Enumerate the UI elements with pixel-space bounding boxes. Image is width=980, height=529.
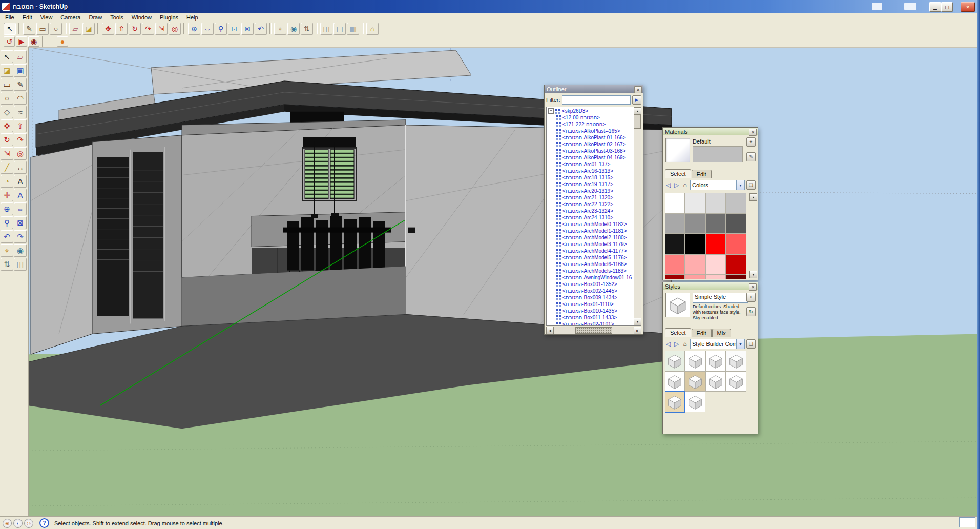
make-component-button[interactable]: ▣: [14, 64, 27, 77]
material-swatch[interactable]: [706, 193, 725, 213]
filter-go-icon[interactable]: ▶: [632, 95, 641, 105]
scale-tool[interactable]: ⇲: [155, 23, 168, 35]
material-swatch[interactable]: [706, 214, 725, 233]
scroll-left-icon[interactable]: ◀: [546, 327, 554, 334]
chevron-down-icon[interactable]: ▼: [736, 180, 744, 190]
push-pull-tool[interactable]: ⇧: [14, 119, 27, 132]
back-icon[interactable]: ◁: [665, 181, 672, 189]
arc-tool[interactable]: ◠: [14, 92, 27, 105]
select-tool[interactable]: ↖: [1, 50, 13, 63]
forward-icon[interactable]: ▷: [673, 340, 680, 348]
orbit-tool[interactable]: ⊕: [188, 23, 200, 35]
style-thumbnail[interactable]: [665, 392, 684, 412]
freehand-tool[interactable]: ≈: [14, 106, 27, 118]
model-claim-status-icon[interactable]: ◎: [24, 519, 33, 528]
outliner-item[interactable]: <המטבח-Box010-1435>: [547, 308, 634, 314]
outliner-item[interactable]: <המטבח-Box001-1352>: [547, 281, 634, 288]
outliner-item[interactable]: <המטבח-Arc23-1324>: [547, 208, 634, 214]
outliner-item[interactable]: <המטבח-Arc16-1313>: [547, 168, 634, 174]
zoom-tool[interactable]: ⚲: [1, 216, 13, 229]
rectangle-tool[interactable]: ▭: [36, 23, 49, 35]
help-icon[interactable]: ?: [39, 518, 49, 528]
look-around-tool[interactable]: ◉: [287, 23, 300, 35]
material-swatch[interactable]: [685, 234, 705, 254]
materials-titlebar[interactable]: Materials ✕: [663, 128, 758, 135]
pan-tool[interactable]: ⇔: [201, 23, 214, 35]
material-swatch[interactable]: [706, 275, 725, 279]
circle-tool[interactable]: ○: [1, 92, 13, 105]
outliner-item[interactable]: <המטבח-ArchModels-1183>: [547, 268, 634, 274]
close-icon[interactable]: ✕: [749, 283, 757, 291]
close-icon[interactable]: ✕: [749, 129, 757, 136]
in-model-icon[interactable]: ⌂: [681, 340, 689, 348]
dimension-tool[interactable]: ↔: [14, 161, 27, 174]
walk-tool[interactable]: ⇅: [301, 23, 313, 35]
style-thumbnail[interactable]: [665, 351, 684, 371]
material-swatch[interactable]: [685, 214, 705, 233]
outliner-item[interactable]: <המטבח-ArchModel0-1182>: [547, 221, 634, 228]
get-models-button[interactable]: ⌂: [366, 23, 379, 35]
outliner-item[interactable]: <המטבח-ArchModel3-1179>: [547, 241, 634, 248]
style-thumbnail[interactable]: [685, 351, 705, 371]
outliner-item[interactable]: <המטבח-171-222>: [547, 121, 634, 128]
material-swatch[interactable]: [726, 275, 746, 279]
tab[interactable]: Edit: [692, 170, 712, 178]
paint-bucket-tool[interactable]: ◪: [1, 64, 13, 77]
outliner-item[interactable]: <המטבח-Box009-1434>: [547, 294, 634, 301]
outliner-item[interactable]: <המטבח-Box01-1110>: [547, 301, 634, 308]
outliner-item[interactable]: <המטבח-ArchModel5-1176>: [547, 254, 634, 261]
polygon-tool[interactable]: ◇: [1, 106, 13, 118]
outliner-item[interactable]: <המטבח-AlkoPlast-03-168>: [547, 148, 634, 154]
close-icon[interactable]: ✕: [634, 86, 642, 93]
zoom-previous-tool[interactable]: ↶: [255, 23, 267, 35]
forward-icon[interactable]: ▷: [673, 181, 680, 189]
outliner-item[interactable]: <המטבח-Box02-1101>: [547, 321, 634, 325]
scrollbar-thumb[interactable]: [634, 114, 641, 129]
rotate-tool[interactable]: ↻: [1, 133, 13, 146]
outliner-item[interactable]: <המטבח-Box002-1445>: [547, 288, 634, 294]
scroll-down-icon[interactable]: ▼: [749, 271, 757, 278]
filter-input[interactable]: [562, 95, 631, 105]
material-swatch[interactable]: [665, 234, 684, 254]
styles-titlebar[interactable]: Styles ✕: [663, 282, 758, 290]
zoom-extents-tool[interactable]: ⊠: [241, 23, 254, 35]
maximize-button[interactable]: ▢: [941, 2, 953, 12]
styles-collection-dropdown[interactable]: Style Builder Competi ▼: [690, 339, 745, 349]
menu-item[interactable]: View: [36, 13, 57, 22]
outliner-item[interactable]: <המטבח-AlkoPlast--165>: [547, 128, 634, 134]
display-section-cuts-toggle[interactable]: ▥: [347, 23, 359, 35]
paint-bucket-tool[interactable]: ◪: [82, 23, 95, 35]
tab[interactable]: Mix: [712, 329, 731, 337]
pan-tool[interactable]: ⇔: [14, 202, 27, 215]
zoom-tool[interactable]: ⚲: [215, 23, 227, 35]
style-thumbnail[interactable]: [726, 372, 746, 391]
outliner-horizontal-scrollbar[interactable]: ◀ ▶: [546, 327, 641, 334]
outliner-item[interactable]: <המטבח-AlkoPlast-02-167>: [547, 141, 634, 148]
material-swatch[interactable]: [706, 234, 725, 254]
material-swatch[interactable]: [706, 255, 725, 274]
secondary-pane-icon[interactable]: ❏: [746, 180, 756, 190]
materials-panel[interactable]: Materials ✕ Default + ✎ SelectEdit ◁ ▷ ⌂…: [662, 127, 758, 280]
protractor-tool[interactable]: ◔: [1, 175, 13, 188]
circle-tool[interactable]: ○: [50, 23, 62, 35]
scale-tool[interactable]: ⇲: [1, 147, 13, 160]
outliner-item[interactable]: <המטבח-Arc21-1320>: [547, 194, 634, 201]
geo-location-status-icon[interactable]: ◉: [3, 519, 12, 528]
scrollbar-thumb[interactable]: [575, 327, 612, 334]
outliner-item[interactable]: <המטבח-Box011-1433>: [547, 314, 634, 321]
eraser-tool[interactable]: ▱: [14, 50, 27, 63]
select-tool[interactable]: ↖: [4, 23, 16, 35]
push-pull-tool[interactable]: ⇧: [115, 23, 128, 35]
display-section-planes-toggle[interactable]: ▤: [333, 23, 346, 35]
style-thumbnail[interactable]: [706, 372, 725, 391]
look-around-tool[interactable]: ◉: [14, 244, 27, 257]
rotate-tool[interactable]: ↻: [129, 23, 141, 35]
offset-tool[interactable]: ◎: [14, 147, 27, 160]
style-thumbnail[interactable]: [685, 392, 705, 412]
outliner-vertical-scrollbar[interactable]: ▲ ▼: [634, 107, 641, 325]
sample-paint-icon[interactable]: ✎: [746, 152, 756, 161]
outliner-titlebar[interactable]: Outliner ✕: [545, 85, 643, 93]
style-name-field[interactable]: Simple Style: [693, 293, 748, 303]
outliner-item[interactable]: <המטבח-ArchModel2-1180>: [547, 234, 634, 241]
rectangle-tool[interactable]: ▭: [1, 78, 13, 91]
